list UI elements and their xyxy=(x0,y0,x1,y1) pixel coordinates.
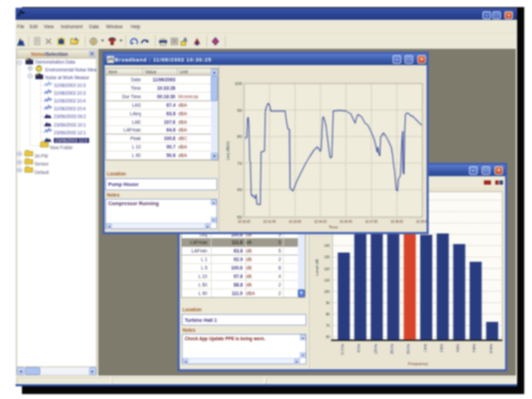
svg-text:80: 80 xyxy=(326,313,330,316)
svg-text:250 Hz: 250 Hz xyxy=(391,343,394,354)
svg-text:Time: Time xyxy=(328,225,338,229)
svg-text:16 kHz: 16 kHz xyxy=(490,343,493,354)
svg-text:10:33:05: 10:33:05 xyxy=(289,220,301,224)
svg-text:63 Hz: 63 Hz xyxy=(357,343,361,352)
svg-text:10:39:45: 10:39:45 xyxy=(416,220,427,224)
svg-text:130: 130 xyxy=(324,255,330,259)
svg-text:50: 50 xyxy=(237,215,242,219)
svg-text:Frequency: Frequency xyxy=(408,362,428,366)
svg-text:140: 140 xyxy=(324,244,330,248)
svg-text:90: 90 xyxy=(326,301,330,305)
svg-text:70: 70 xyxy=(326,324,330,328)
svg-text:Level dB: Level dB xyxy=(315,259,319,275)
svg-text:100: 100 xyxy=(235,81,243,86)
svg-text:10:31:45: 10:31:45 xyxy=(263,220,276,224)
svg-text:10:34:25: 10:34:25 xyxy=(314,220,327,224)
svg-text:Leq dB(A): Leq dB(A) xyxy=(226,141,230,160)
svg-text:8 kHz: 8 kHz xyxy=(473,343,476,352)
svg-text:100: 100 xyxy=(324,290,330,294)
svg-text:10:35:45: 10:35:45 xyxy=(340,220,352,224)
svg-text:70: 70 xyxy=(237,161,242,166)
svg-text:60: 60 xyxy=(237,187,242,192)
svg-text:A: A xyxy=(183,37,187,43)
svg-text:4 kHz: 4 kHz xyxy=(456,343,460,352)
svg-text:60: 60 xyxy=(326,335,330,339)
svg-text:90: 90 xyxy=(237,108,242,112)
svg-text:10:37:05: 10:37:05 xyxy=(365,220,378,224)
svg-text:31.5 Hz: 31.5 Hz xyxy=(341,343,345,355)
svg-text:120: 120 xyxy=(324,267,330,271)
svg-text:10:38:25: 10:38:25 xyxy=(391,220,403,224)
svg-text:500 Hz: 500 Hz xyxy=(407,343,410,354)
svg-text:1 kHz: 1 kHz xyxy=(424,343,427,352)
svg-text:10:30:25: 10:30:25 xyxy=(238,220,250,224)
svg-text:110: 110 xyxy=(324,279,330,282)
svg-text:80: 80 xyxy=(237,134,242,139)
svg-text:125 Hz: 125 Hz xyxy=(374,343,378,354)
svg-text:2 kHz: 2 kHz xyxy=(440,343,444,352)
